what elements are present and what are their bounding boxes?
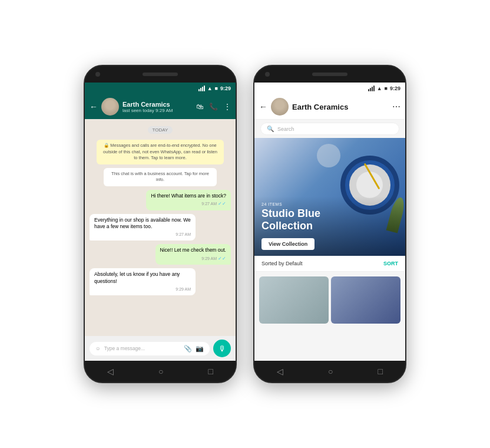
banner-item-count: 24 ITEMS: [261, 202, 398, 206]
front-camera-right: [265, 72, 270, 77]
chat-area: TODAY 🔒 Messages and calls are end-to-en…: [85, 119, 236, 336]
status-bar-left: ▲ ■ 9:29: [85, 83, 236, 94]
back-button[interactable]: ←: [90, 102, 98, 111]
banner-overlay: 24 ITEMS Studio Blue Collection View Col…: [254, 196, 405, 256]
banner-title-text: Studio Blue Collection: [261, 207, 320, 232]
catalog-more-icon[interactable]: ⋯: [392, 102, 400, 111]
catalog-header: ← Earth Ceramics ⋯: [254, 94, 405, 120]
search-placeholder: Search: [277, 126, 294, 132]
front-camera-left: [95, 72, 100, 77]
emoji-icon[interactable]: ☺: [95, 345, 101, 351]
mic-button[interactable]: 🎙: [213, 340, 231, 357]
search-bar: 🔍 Search: [254, 120, 405, 138]
read-check-1: ✓✓: [218, 200, 226, 207]
status-bar-right: ▲ ■ 9:29: [254, 83, 405, 94]
wifi-icon: ▲: [207, 85, 213, 91]
battery-icon: ■: [215, 85, 218, 91]
catalog-item-1[interactable]: [259, 276, 329, 324]
chat-header: ← Earth Ceramics last seen today 9:29 AM…: [85, 94, 236, 119]
placeholder-text: Type a message...: [104, 345, 145, 351]
message-text-1: Hi there! What items are in stock?: [151, 193, 226, 199]
earpiece-left: [143, 73, 178, 76]
view-collection-button[interactable]: View Collection: [261, 238, 314, 250]
status-bar-content-left: ▲ ■ 9:29: [198, 85, 231, 91]
time-val-4: 9:29 AM: [176, 286, 191, 292]
nav-home-left[interactable]: ○: [158, 367, 163, 376]
message-text-3: Nice!! Let me check them out.: [160, 247, 226, 253]
time-right: 9:29: [390, 85, 400, 91]
contact-info[interactable]: Earth Ceramics last seen today 9:29 AM: [122, 101, 193, 113]
phone-left: ▲ ■ 9:29 ← Earth Ceramics last seen toda…: [84, 65, 237, 383]
catalog-banner: 24 ITEMS Studio Blue Collection View Col…: [254, 138, 405, 256]
message-input-field[interactable]: ☺ Type a message... 📎 📷: [90, 342, 210, 355]
message-time-1: 9:27 AM ✓✓: [151, 200, 226, 207]
message-in-1: Everything in our shop is available now.…: [90, 214, 196, 241]
search-field-container[interactable]: 🔍 Search: [260, 123, 399, 135]
earpiece-right: [312, 73, 347, 76]
time-val-1: 9:27 AM: [201, 201, 217, 207]
message-time-4: 9:29 AM: [94, 286, 191, 292]
nav-home-right[interactable]: ○: [328, 367, 333, 376]
header-actions: 🛍 📞 ⋮: [196, 103, 231, 111]
message-text-2: Everything in our shop is available now.…: [94, 217, 191, 230]
nav-square-left[interactable]: □: [208, 367, 213, 376]
plate-small: [356, 172, 383, 198]
wifi-icon-right: ▲: [377, 85, 382, 91]
phone-top-bar-right: [254, 66, 405, 83]
encryption-notice[interactable]: 🔒 Messages and calls are end-to-end encr…: [97, 140, 224, 164]
message-time-3: 9:29 AM ✓✓: [160, 255, 226, 262]
contact-name-left: Earth Ceramics: [122, 101, 193, 108]
nav-back-right[interactable]: ◁: [277, 367, 283, 376]
camera-icon[interactable]: 📷: [196, 345, 204, 353]
attach-icon[interactable]: 📎: [184, 345, 192, 353]
status-bar-content-right: ▲ ■ 9:29: [368, 85, 400, 91]
battery-icon-right: ■: [385, 85, 388, 91]
avatar-image: [101, 98, 119, 116]
time-left: 9:29: [220, 85, 231, 91]
message-out-2: Nice!! Let me check them out. 9:29 AM ✓✓: [155, 244, 231, 265]
call-icon[interactable]: 📞: [209, 103, 218, 111]
message-in-2: Absolutely, let us know if you have any …: [90, 268, 196, 295]
catalog-contact-name: Earth Ceramics: [292, 103, 389, 111]
sort-label: Sorted by Default: [261, 261, 303, 266]
date-badge: TODAY: [148, 126, 173, 134]
signal-icon-right: [368, 85, 375, 91]
phone-right: ▲ ■ 9:29 ← Earth Ceramics ⋯ 🔍 Search: [253, 65, 406, 383]
catalog-avatar[interactable]: [271, 98, 289, 116]
time-val-3: 9:29 AM: [201, 256, 217, 262]
catalog-grid: [254, 272, 405, 361]
message-time-2: 9:27 AM: [94, 232, 191, 238]
nav-square-right[interactable]: □: [378, 367, 383, 376]
catalog-item-2[interactable]: [331, 276, 400, 324]
mic-icon: 🎙: [218, 344, 226, 353]
shop-icon[interactable]: 🛍: [196, 103, 203, 111]
sort-button[interactable]: SORT: [383, 261, 398, 266]
scene: ▲ ■ 9:29 ← Earth Ceramics last seen toda…: [84, 65, 406, 383]
input-bar: ☺ Type a message... 📎 📷 🎙: [85, 336, 236, 361]
business-notice[interactable]: This chat is with a business account. Ta…: [104, 168, 217, 186]
catalog-avatar-image: [271, 98, 289, 116]
signal-icon-left: [198, 85, 205, 91]
nav-back-left[interactable]: ◁: [107, 367, 114, 376]
banner-title: Studio Blue Collection: [261, 207, 398, 233]
message-out-1: Hi there! What items are in stock? 9:27 …: [146, 190, 231, 210]
catalog-back-button[interactable]: ←: [259, 102, 267, 111]
contact-avatar[interactable]: [101, 98, 119, 116]
phone-top-bar-left: [85, 66, 236, 83]
read-check-2: ✓✓: [218, 255, 226, 262]
small-plate-decor: [317, 144, 340, 167]
time-val-2: 9:27 AM: [176, 232, 191, 238]
catalog-screen: 24 ITEMS Studio Blue Collection View Col…: [254, 138, 405, 361]
search-icon: 🔍: [267, 126, 274, 132]
message-text-4: Absolutely, let us know if you have any …: [94, 271, 180, 284]
nav-bar-left: ◁ ○ □: [85, 361, 236, 382]
contact-status: last seen today 9:29 AM: [122, 108, 193, 113]
nav-bar-right: ◁ ○ □: [254, 361, 405, 382]
more-icon[interactable]: ⋮: [224, 103, 231, 111]
sort-bar: Sorted by Default SORT: [254, 256, 405, 272]
